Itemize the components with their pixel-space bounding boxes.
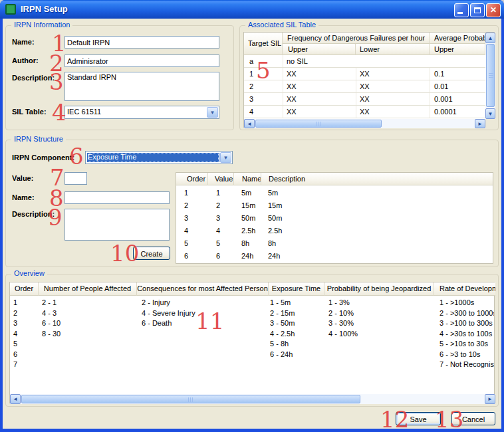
structure-description-input[interactable] <box>64 209 170 241</box>
dropdown-arrow-button[interactable]: ▼ <box>220 152 231 163</box>
scroll-left-button[interactable]: ◄ <box>244 119 255 128</box>
table-row[interactable]: 6 6 24h 24h <box>176 250 493 263</box>
column-header-people-affected[interactable]: Number of People Affected <box>39 282 137 296</box>
arrow-left-icon: ◄ <box>245 120 254 128</box>
scroll-down-button[interactable]: ▼ <box>485 108 495 119</box>
cell-target-sil: 4 <box>244 106 283 118</box>
cell-order: 1 <box>184 187 188 199</box>
cell-people-affected: 4 - 3 <box>42 308 57 318</box>
table-row[interactable]: 2 XX XX 0.01 <box>244 80 485 93</box>
column-header-name[interactable]: Name <box>234 173 261 185</box>
scroll-right-button[interactable]: ► <box>485 394 495 404</box>
irpn-component-dropdown[interactable]: Exposure Time ▼ <box>85 151 233 164</box>
column-header-average-group[interactable]: Average Probab <box>430 33 485 44</box>
annotation-11: 11 <box>195 310 224 332</box>
column-header-frequency-group[interactable]: Frequency of Dangerous Failures per hour <box>283 33 430 44</box>
table-row[interactable]: 6 6 - 24h 6 - >3 to 10s <box>10 350 494 360</box>
table-row[interactable]: 3 3 50m 50m <box>176 212 493 225</box>
value-input[interactable] <box>64 172 87 185</box>
cell-value: 1 <box>216 187 220 199</box>
table-row[interactable]: 3 6 - 10 6 - Death 3 - 50m 3 - 30% 3 - >… <box>10 318 494 329</box>
cell-value: 2 <box>216 199 220 212</box>
sil-table-dropdown[interactable]: IEC 61511 ▼ <box>64 106 219 119</box>
table-row[interactable]: 1 2 - 1 2 - Injury 1 - 5m 1 - 3% 1 - >10… <box>10 298 494 308</box>
author-input[interactable] <box>64 54 219 67</box>
group-title: IRPN Structure <box>11 135 66 143</box>
cell-name: 8h <box>241 237 249 250</box>
table-row[interactable]: 7 7 - Not Recognisa <box>10 360 494 370</box>
sil-table: Target SIL Frequency of Dangerous Failur… <box>243 32 495 128</box>
structure-name-input[interactable] <box>64 191 170 204</box>
column-header-value[interactable]: Value <box>208 173 234 185</box>
grip-icon <box>489 73 493 79</box>
titlebar[interactable]: IRPN Setup ✕ <box>0 0 504 19</box>
structure-name-label: Name: <box>12 193 35 201</box>
minimize-button[interactable] <box>454 3 469 17</box>
cell-exposure-time: 5 - 8h <box>270 339 289 349</box>
annotation-12: 12 <box>380 408 409 431</box>
column-header-lower[interactable]: Lower <box>356 44 430 55</box>
overview-horizontal-scrollbar[interactable]: ◄ ► <box>10 394 495 404</box>
sil-table-label: SIL Table: <box>12 108 47 116</box>
value-label: Value: <box>12 174 33 182</box>
overview-table: Order Number of People Affected Conseque… <box>9 282 495 403</box>
cell-order: 1 <box>13 298 17 308</box>
window-title: IRPN Setup <box>21 4 68 14</box>
scrollbar-thumb[interactable] <box>486 44 495 107</box>
cell-lower: XX <box>356 80 430 92</box>
column-header-average-upper[interactable]: Upper <box>430 44 485 55</box>
cell-description: 8h <box>268 237 276 250</box>
table-row[interactable]: 4 8 - 30 4 - 2.5h 4 - 100% 4 - >30s to 1… <box>10 329 494 340</box>
irpn-component-label: IRPN Component: <box>12 154 74 162</box>
sil-vertical-scrollbar[interactable]: ▲ ▼ <box>485 33 495 119</box>
group-title: Associated SIL Table <box>245 21 318 29</box>
cell-value: 6 <box>216 250 220 263</box>
cell-probability: 2 - 10% <box>328 308 354 318</box>
cell-rate-of-development: 2 - >300 to 1000s <box>440 308 494 318</box>
cell-order: 4 <box>13 329 17 339</box>
cell-description: 15m <box>268 199 282 212</box>
arrow-right-icon: ► <box>475 120 485 128</box>
table-row[interactable]: 1 XX XX 0.1 <box>244 68 485 80</box>
arrow-down-icon: ▼ <box>486 109 495 119</box>
cell-upper: XX <box>283 68 356 80</box>
table-row[interactable]: 1 1 5m 5m <box>176 187 493 199</box>
table-row[interactable]: 3 XX XX 0.001 <box>244 93 485 106</box>
scroll-right-button[interactable]: ► <box>475 119 485 128</box>
column-header-upper[interactable]: Upper <box>283 44 356 55</box>
column-header-order[interactable]: Order <box>176 173 208 185</box>
column-header-order[interactable]: Order <box>10 282 39 296</box>
table-row[interactable]: a no SIL <box>244 55 485 68</box>
scroll-left-button[interactable]: ◄ <box>10 394 21 404</box>
table-row[interactable]: 4 XX XX 0.0001 <box>244 106 485 118</box>
table-row[interactable]: 2 2 15m 15m <box>176 199 493 212</box>
cell-value: 3 <box>216 212 220 225</box>
column-header-rate-of-development[interactable]: Rate of Developm <box>434 282 495 296</box>
table-row[interactable]: 4 4 2.5h 2.5h <box>176 225 493 237</box>
column-header-consequences[interactable]: Consequences for most Affected Person <box>137 282 269 296</box>
description-input[interactable]: Standard IRPN <box>64 72 219 101</box>
scroll-up-button[interactable]: ▲ <box>485 33 495 43</box>
table-row[interactable]: 5 5 8h 8h <box>176 237 493 250</box>
cell-average-upper: 0.0001 <box>430 106 485 118</box>
scrollbar-thumb[interactable] <box>21 395 360 403</box>
table-row[interactable]: 5 5 - 8h 5 - >10s to 30s <box>10 339 494 350</box>
scrollbar-thumb[interactable] <box>255 120 382 128</box>
column-header-probability[interactable]: Probability of being Jeopardized <box>324 282 434 296</box>
close-button[interactable]: ✕ <box>486 3 501 17</box>
dropdown-arrow-button[interactable]: ▼ <box>207 107 218 118</box>
cell-description: 24h <box>268 250 280 263</box>
cell-no-sil: no SIL <box>283 55 485 67</box>
cell-order: 2 <box>184 199 188 212</box>
sil-horizontal-scrollbar[interactable]: ◄ ► <box>244 119 485 128</box>
cell-probability: 1 - 3% <box>328 298 350 308</box>
cell-order: 5 <box>13 339 17 349</box>
cell-consequences: 2 - Injury <box>142 298 170 308</box>
name-input[interactable] <box>64 36 219 49</box>
author-label: Author: <box>12 56 39 64</box>
table-row[interactable]: 2 4 - 3 4 - Severe Injury 2 - 15m 2 - 10… <box>10 308 494 319</box>
maximize-button[interactable] <box>470 3 485 17</box>
column-header-target-sil[interactable]: Target SIL <box>244 33 283 55</box>
column-header-description[interactable]: Description <box>261 173 493 185</box>
column-header-exposure-time[interactable]: Exposure Time <box>269 282 324 296</box>
